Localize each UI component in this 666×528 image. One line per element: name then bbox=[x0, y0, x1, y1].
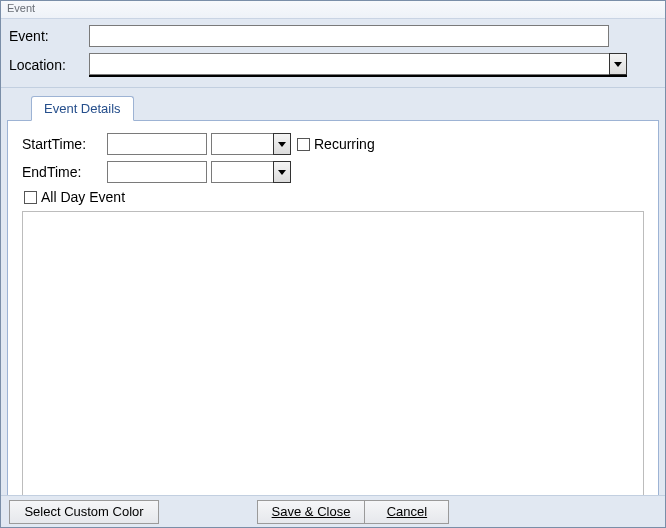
location-combo[interactable] bbox=[89, 53, 627, 75]
recurring-label[interactable]: Recurring bbox=[314, 136, 375, 152]
event-details-panel: StartTime: Recurring EndTime: bbox=[7, 120, 659, 502]
notes-textarea[interactable] bbox=[22, 211, 644, 499]
start-date-input[interactable] bbox=[107, 133, 207, 155]
tab-strip: Event Details bbox=[7, 94, 659, 120]
start-time-input[interactable] bbox=[211, 133, 273, 155]
start-time-label: StartTime: bbox=[22, 136, 107, 152]
cancel-label: Cancel bbox=[387, 504, 427, 519]
start-time-combo[interactable] bbox=[211, 133, 291, 155]
end-time-input[interactable] bbox=[211, 161, 273, 183]
event-label: Event: bbox=[9, 28, 89, 44]
cancel-button[interactable]: Cancel bbox=[365, 500, 449, 524]
start-time-dropdown-button[interactable] bbox=[273, 133, 291, 155]
event-dialog: Event Event: Location: Event Details Sta… bbox=[0, 0, 666, 528]
tab-event-details[interactable]: Event Details bbox=[31, 96, 134, 121]
window-title: Event bbox=[7, 2, 35, 14]
end-time-dropdown-button[interactable] bbox=[273, 161, 291, 183]
start-time-row: StartTime: Recurring bbox=[22, 133, 644, 155]
save-and-close-button[interactable]: Save & Close bbox=[257, 500, 366, 524]
location-row: Location: bbox=[9, 53, 657, 77]
end-time-label: EndTime: bbox=[22, 164, 107, 180]
header-panel: Event: Location: bbox=[1, 19, 665, 88]
recurring-checkbox[interactable] bbox=[297, 138, 310, 151]
location-dropdown-button[interactable] bbox=[609, 53, 627, 75]
end-time-combo[interactable] bbox=[211, 161, 291, 183]
end-date-input[interactable] bbox=[107, 161, 207, 183]
location-input[interactable] bbox=[89, 53, 609, 75]
save-and-close-label: Save & Close bbox=[272, 504, 351, 519]
all-day-checkbox[interactable] bbox=[24, 191, 37, 204]
select-custom-color-button[interactable]: Select Custom Color bbox=[9, 500, 159, 524]
event-input[interactable] bbox=[89, 25, 609, 47]
all-day-label[interactable]: All Day Event bbox=[41, 189, 125, 205]
window-title-bar: Event bbox=[1, 1, 665, 19]
tabs-area: Event Details StartTime: Recurring EndTi… bbox=[1, 88, 665, 502]
end-time-row: EndTime: bbox=[22, 161, 644, 183]
all-day-row: All Day Event bbox=[24, 189, 644, 205]
location-label: Location: bbox=[9, 57, 89, 73]
event-row: Event: bbox=[9, 25, 657, 47]
footer-bar: Select Custom Color Save & Close Cancel bbox=[1, 495, 665, 527]
